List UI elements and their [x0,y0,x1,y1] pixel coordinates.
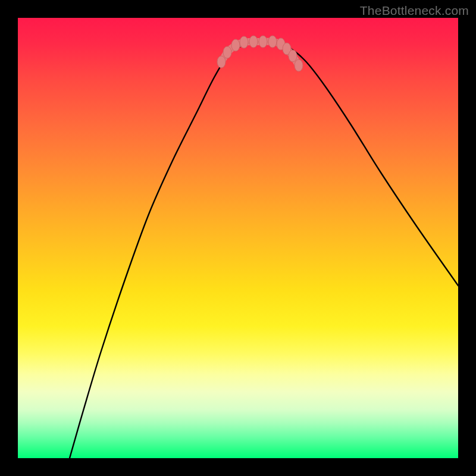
marker-point [289,50,297,62]
marker-point [240,36,248,48]
chart-frame: TheBottleneck.com [0,0,476,476]
marker-point [268,36,277,48]
watermark-text: TheBottleneck.com [360,4,469,18]
plot-area [18,18,458,458]
marker-point [249,36,258,48]
curve-layer [70,42,458,458]
marker-point [231,39,240,51]
bottleneck-curve [70,42,458,458]
marker-point [259,36,267,48]
marker-point [217,56,226,68]
marker-point [223,46,231,58]
marker-layer [217,36,303,71]
marker-point [295,60,303,71]
plot-svg [18,18,458,458]
